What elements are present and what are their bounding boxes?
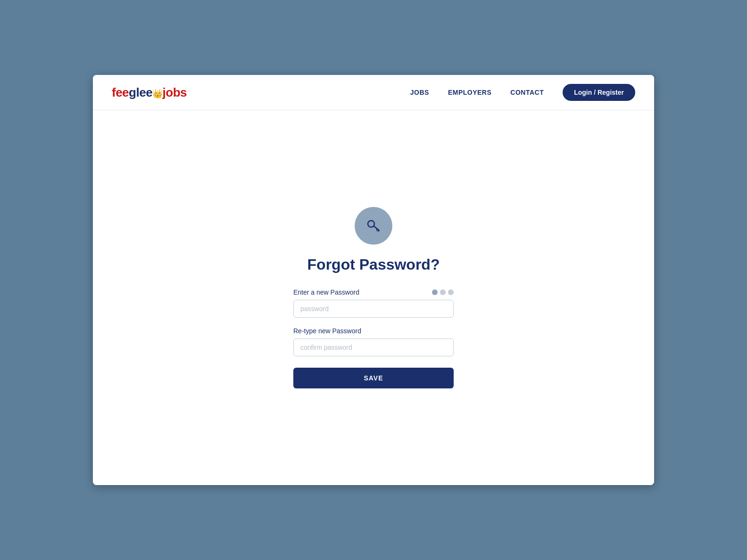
- logo-jobs: jobs: [163, 85, 187, 99]
- save-button[interactable]: SAVE: [293, 368, 454, 388]
- forgot-password-form: Enter a new Password Re-type new Passwor…: [293, 288, 454, 388]
- key-icon: [365, 217, 382, 234]
- strength-dots: [432, 289, 454, 295]
- main-content: Forgot Password? Enter a new Password Re…: [93, 110, 654, 485]
- new-password-input[interactable]: [293, 300, 454, 318]
- logo: feeglee👑jobs: [112, 85, 187, 100]
- strength-dot-1: [432, 289, 438, 295]
- logo-fee: fee: [112, 85, 129, 99]
- browser-window: feeglee👑jobs JOBS EMPLOYERS CONTACT Logi…: [93, 75, 654, 485]
- strength-dot-2: [440, 289, 446, 295]
- strength-dot-3: [448, 289, 454, 295]
- nav-item-employers[interactable]: EMPLOYERS: [448, 89, 491, 96]
- header: feeglee👑jobs JOBS EMPLOYERS CONTACT Logi…: [93, 75, 654, 110]
- login-register-button[interactable]: Login / Register: [563, 84, 635, 101]
- logo-crown: 👑: [152, 89, 163, 99]
- nav: JOBS EMPLOYERS CONTACT Login / Register: [410, 84, 635, 101]
- retype-password-label: Re-type new Password: [293, 327, 454, 335]
- page-title: Forgot Password?: [307, 256, 440, 273]
- new-password-field-header: Enter a new Password: [293, 288, 454, 296]
- logo-glee: glee: [129, 85, 152, 99]
- confirm-password-input[interactable]: [293, 338, 454, 356]
- nav-item-jobs[interactable]: JOBS: [410, 89, 429, 96]
- key-icon-circle: [355, 207, 392, 245]
- new-password-label: Enter a new Password: [293, 288, 359, 296]
- nav-item-contact[interactable]: CONTACT: [510, 89, 544, 96]
